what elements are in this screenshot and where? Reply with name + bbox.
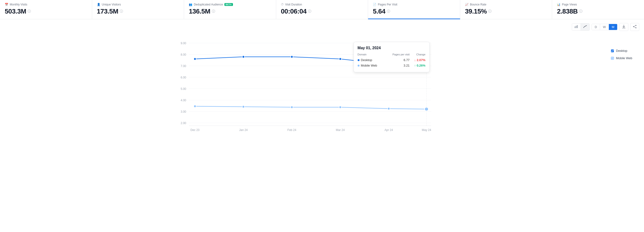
metric-icon-visit-duration: ⏱: [281, 3, 284, 6]
beta-badge: BETA: [224, 3, 233, 6]
svg-line-7: [634, 27, 636, 28]
info-icon-deduplicated-audience[interactable]: ⓘ: [212, 9, 215, 14]
domain-dot: [358, 59, 360, 61]
svg-point-31: [194, 58, 196, 60]
svg-point-37: [242, 106, 244, 108]
metric-item-bounce-rate[interactable]: 📈 Bounce Rate 39.15% ⓘ: [460, 0, 552, 19]
svg-text:6.00: 6.00: [181, 76, 186, 79]
metric-item-visit-duration[interactable]: ⏱ Visit Duration 00:06:04 ⓘ: [276, 0, 368, 19]
period-month-btn[interactable]: M: [609, 24, 617, 30]
metric-header: 📈 Bounce Rate: [465, 3, 547, 6]
svg-point-5: [636, 27, 636, 28]
svg-text:Apr 24: Apr 24: [384, 128, 393, 132]
svg-point-4: [633, 26, 634, 27]
svg-rect-2: [577, 25, 578, 28]
metrics-bar: 📅 Monthly Visits 503.3M ⓘ 👤 Unique Visit…: [0, 0, 644, 19]
svg-text:3.00: 3.00: [181, 110, 186, 113]
tooltip-table: Domain Pages per visit Change Desktop 6.…: [358, 53, 426, 68]
metric-icon-bounce-rate: 📈: [465, 3, 468, 6]
share-btn[interactable]: [630, 23, 639, 31]
metric-value-bounce-rate: 39.15%: [465, 8, 487, 15]
metric-label-monthly-visits: Monthly Visits: [10, 3, 27, 6]
info-icon-unique-visitors[interactable]: ⓘ: [120, 9, 123, 14]
svg-point-32: [242, 56, 244, 58]
metric-value-row: 173.5M ⓘ: [97, 8, 179, 15]
info-icon-pages-per-visit[interactable]: ⓘ: [387, 9, 390, 14]
svg-text:7.00: 7.00: [181, 64, 186, 68]
metric-label-page-views: Page Views: [562, 3, 577, 6]
metric-item-unique-visitors[interactable]: 👤 Unique Visitors 173.5M ⓘ: [92, 0, 184, 19]
svg-point-34: [339, 58, 342, 60]
period-week-btn[interactable]: W: [600, 24, 609, 30]
metric-value-row: 2.838B ⓘ: [557, 8, 639, 15]
metric-value-row: 503.3M ⓘ: [5, 8, 87, 15]
tooltip-date: May 01, 2024: [358, 46, 426, 50]
metric-value-row: 136.5M ⓘ: [189, 8, 271, 15]
legend-mobile-label: Mobile Web: [616, 56, 632, 60]
metric-icon-deduplicated-audience: 👥: [189, 3, 192, 6]
download-btn[interactable]: [619, 23, 628, 31]
info-icon-visit-duration[interactable]: ⓘ: [308, 9, 311, 14]
metric-icon-monthly-visits: 📅: [5, 3, 8, 6]
svg-text:8.00: 8.00: [181, 53, 186, 56]
tooltip-col-domain: Domain: [358, 53, 386, 57]
info-icon-bounce-rate[interactable]: ⓘ: [488, 9, 492, 14]
info-icon-page-views[interactable]: ⓘ: [579, 9, 582, 14]
tooltip-col-pages: Pages per visit: [385, 53, 410, 57]
svg-point-38: [291, 106, 293, 108]
svg-line-6: [634, 26, 636, 26]
chart-svg: 9.00 8.00 7.00 6.00 5.00 4.00 3.00 2.00: [5, 35, 606, 135]
line-chart-btn[interactable]: [581, 24, 590, 31]
svg-point-40: [388, 107, 390, 110]
chart-wrapper: 9.00 8.00 7.00 6.00 5.00 4.00 3.00 2.00: [5, 35, 639, 135]
svg-text:May 24: May 24: [422, 128, 431, 132]
metric-label-deduplicated-audience: Deduplicated Audience: [194, 3, 223, 6]
tooltip-change: ↑ 0.26%: [410, 63, 426, 68]
svg-point-36: [194, 105, 196, 107]
svg-text:Mar 24: Mar 24: [336, 128, 345, 132]
legend-desktop-label: Desktop: [616, 49, 628, 53]
tooltip-col-change: Change: [410, 53, 426, 57]
svg-text:Dec 23: Dec 23: [190, 128, 200, 132]
svg-rect-1: [576, 26, 576, 28]
svg-point-39: [339, 106, 342, 108]
bar-chart-btn[interactable]: [572, 24, 581, 31]
metric-value-pages-per-visit: 5.64: [373, 8, 386, 15]
metric-label-visit-duration: Visit Duration: [285, 3, 302, 6]
metric-item-pages-per-visit[interactable]: 📄 Pages Per Visit 5.64 ⓘ: [368, 0, 460, 19]
svg-text:2.00: 2.00: [181, 121, 186, 125]
metric-item-monthly-visits[interactable]: 📅 Monthly Visits 503.3M ⓘ: [0, 0, 92, 19]
svg-point-3: [636, 25, 636, 26]
legend-item-mobile-web[interactable]: Mobile Web: [611, 56, 639, 60]
metric-value-visit-duration: 00:06:04: [281, 8, 306, 15]
metric-icon-page-views: 📊: [557, 3, 560, 6]
info-icon-monthly-visits[interactable]: ⓘ: [28, 9, 31, 14]
metric-item-page-views[interactable]: 📊 Page Views 2.838B ⓘ: [552, 0, 644, 19]
tooltip-row: Mobile Web 3.21 ↑ 0.26%: [358, 63, 426, 68]
tooltip-domain: Desktop: [358, 57, 386, 63]
tooltip-pages: 6.77: [385, 57, 410, 63]
legend-item-desktop[interactable]: Desktop: [611, 49, 639, 53]
chart-tooltip: May 01, 2024 Domain Pages per visit Chan…: [354, 42, 430, 72]
tooltip-row: Desktop 6.77 ↓ 2.07%: [358, 57, 426, 63]
svg-chart-container: 9.00 8.00 7.00 6.00 5.00 4.00 3.00 2.00: [5, 35, 606, 135]
metric-value-deduplicated-audience: 136.5M: [189, 8, 210, 15]
metric-header: 👤 Unique Visitors: [97, 3, 179, 6]
chart-legend: Desktop Mobile Web: [611, 35, 639, 135]
metric-header: 📅 Monthly Visits: [5, 3, 87, 6]
period-day-btn[interactable]: D: [592, 24, 600, 30]
svg-text:4.00: 4.00: [181, 99, 186, 102]
metric-value-row: 39.15% ⓘ: [465, 8, 547, 15]
svg-point-33: [291, 56, 293, 58]
tooltip-change: ↓ 2.07%: [410, 57, 426, 63]
chart-controls: D W M: [5, 23, 639, 31]
metric-label-pages-per-visit: Pages Per Visit: [378, 3, 397, 6]
metric-item-deduplicated-audience[interactable]: 👥 Deduplicated Audience BETA 136.5M ⓘ: [184, 0, 276, 19]
metric-header: 📊 Page Views: [557, 3, 639, 6]
svg-text:5.00: 5.00: [181, 87, 186, 91]
metric-label-bounce-rate: Bounce Rate: [470, 3, 486, 6]
metric-label-unique-visitors: Unique Visitors: [102, 3, 121, 6]
metric-value-row: 00:06:04 ⓘ: [281, 8, 363, 15]
svg-rect-0: [575, 26, 575, 28]
metric-value-monthly-visits: 503.3M: [5, 8, 26, 15]
